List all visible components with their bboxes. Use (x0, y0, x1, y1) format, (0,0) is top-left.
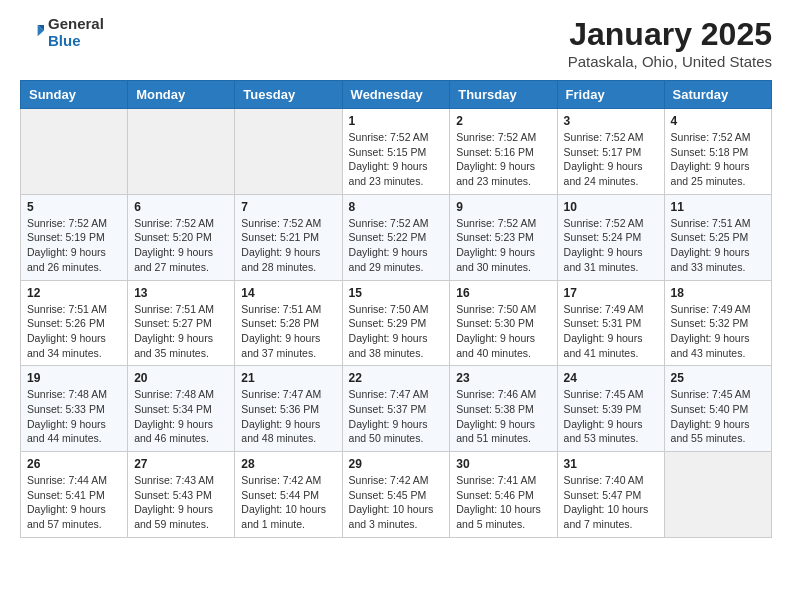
calendar-day-cell (21, 109, 128, 195)
calendar-day-cell: 30Sunrise: 7:41 AMSunset: 5:46 PMDayligh… (450, 452, 557, 538)
day-number: 3 (564, 114, 658, 128)
day-info: Sunrise: 7:41 AMSunset: 5:46 PMDaylight:… (456, 473, 550, 532)
day-info: Sunrise: 7:48 AMSunset: 5:34 PMDaylight:… (134, 387, 228, 446)
col-wednesday: Wednesday (342, 81, 450, 109)
calendar-day-cell: 16Sunrise: 7:50 AMSunset: 5:30 PMDayligh… (450, 280, 557, 366)
logo: General Blue (20, 16, 104, 49)
calendar-day-cell: 1Sunrise: 7:52 AMSunset: 5:15 PMDaylight… (342, 109, 450, 195)
day-number: 1 (349, 114, 444, 128)
day-info: Sunrise: 7:52 AMSunset: 5:19 PMDaylight:… (27, 216, 121, 275)
calendar-day-cell: 13Sunrise: 7:51 AMSunset: 5:27 PMDayligh… (128, 280, 235, 366)
day-number: 7 (241, 200, 335, 214)
calendar-subtitle: Pataskala, Ohio, United States (568, 53, 772, 70)
day-info: Sunrise: 7:45 AMSunset: 5:39 PMDaylight:… (564, 387, 658, 446)
day-number: 12 (27, 286, 121, 300)
day-info: Sunrise: 7:51 AMSunset: 5:26 PMDaylight:… (27, 302, 121, 361)
calendar-table: Sunday Monday Tuesday Wednesday Thursday… (20, 80, 772, 538)
calendar-day-cell: 23Sunrise: 7:46 AMSunset: 5:38 PMDayligh… (450, 366, 557, 452)
day-number: 10 (564, 200, 658, 214)
calendar-day-cell: 14Sunrise: 7:51 AMSunset: 5:28 PMDayligh… (235, 280, 342, 366)
calendar-day-cell: 31Sunrise: 7:40 AMSunset: 5:47 PMDayligh… (557, 452, 664, 538)
day-number: 11 (671, 200, 765, 214)
calendar-day-cell: 7Sunrise: 7:52 AMSunset: 5:21 PMDaylight… (235, 194, 342, 280)
day-number: 24 (564, 371, 658, 385)
day-info: Sunrise: 7:49 AMSunset: 5:32 PMDaylight:… (671, 302, 765, 361)
day-number: 31 (564, 457, 658, 471)
calendar-day-cell: 25Sunrise: 7:45 AMSunset: 5:40 PMDayligh… (664, 366, 771, 452)
calendar-day-cell: 5Sunrise: 7:52 AMSunset: 5:19 PMDaylight… (21, 194, 128, 280)
day-info: Sunrise: 7:44 AMSunset: 5:41 PMDaylight:… (27, 473, 121, 532)
logo-icon (20, 21, 44, 45)
calendar-day-cell: 18Sunrise: 7:49 AMSunset: 5:32 PMDayligh… (664, 280, 771, 366)
calendar-day-cell: 6Sunrise: 7:52 AMSunset: 5:20 PMDaylight… (128, 194, 235, 280)
calendar-week-row: 19Sunrise: 7:48 AMSunset: 5:33 PMDayligh… (21, 366, 772, 452)
day-info: Sunrise: 7:52 AMSunset: 5:21 PMDaylight:… (241, 216, 335, 275)
calendar-day-cell: 10Sunrise: 7:52 AMSunset: 5:24 PMDayligh… (557, 194, 664, 280)
day-info: Sunrise: 7:43 AMSunset: 5:43 PMDaylight:… (134, 473, 228, 532)
calendar-day-cell: 26Sunrise: 7:44 AMSunset: 5:41 PMDayligh… (21, 452, 128, 538)
calendar-week-row: 12Sunrise: 7:51 AMSunset: 5:26 PMDayligh… (21, 280, 772, 366)
day-info: Sunrise: 7:50 AMSunset: 5:29 PMDaylight:… (349, 302, 444, 361)
calendar-day-cell: 28Sunrise: 7:42 AMSunset: 5:44 PMDayligh… (235, 452, 342, 538)
day-info: Sunrise: 7:52 AMSunset: 5:18 PMDaylight:… (671, 130, 765, 189)
day-number: 5 (27, 200, 121, 214)
day-number: 14 (241, 286, 335, 300)
calendar-day-cell (235, 109, 342, 195)
day-number: 20 (134, 371, 228, 385)
day-info: Sunrise: 7:42 AMSunset: 5:45 PMDaylight:… (349, 473, 444, 532)
day-info: Sunrise: 7:50 AMSunset: 5:30 PMDaylight:… (456, 302, 550, 361)
logo-text: General Blue (48, 16, 104, 49)
page: General Blue January 2025 Pataskala, Ohi… (0, 0, 792, 558)
day-info: Sunrise: 7:47 AMSunset: 5:37 PMDaylight:… (349, 387, 444, 446)
col-thursday: Thursday (450, 81, 557, 109)
logo-general-text: General (48, 16, 104, 33)
day-number: 25 (671, 371, 765, 385)
day-number: 22 (349, 371, 444, 385)
calendar-day-cell (128, 109, 235, 195)
calendar-day-cell: 15Sunrise: 7:50 AMSunset: 5:29 PMDayligh… (342, 280, 450, 366)
day-number: 13 (134, 286, 228, 300)
calendar-week-row: 26Sunrise: 7:44 AMSunset: 5:41 PMDayligh… (21, 452, 772, 538)
calendar-header-row: Sunday Monday Tuesday Wednesday Thursday… (21, 81, 772, 109)
calendar-day-cell: 20Sunrise: 7:48 AMSunset: 5:34 PMDayligh… (128, 366, 235, 452)
col-monday: Monday (128, 81, 235, 109)
calendar-day-cell (664, 452, 771, 538)
calendar-day-cell: 29Sunrise: 7:42 AMSunset: 5:45 PMDayligh… (342, 452, 450, 538)
day-number: 2 (456, 114, 550, 128)
day-number: 9 (456, 200, 550, 214)
day-info: Sunrise: 7:40 AMSunset: 5:47 PMDaylight:… (564, 473, 658, 532)
title-block: January 2025 Pataskala, Ohio, United Sta… (568, 16, 772, 70)
calendar-day-cell: 19Sunrise: 7:48 AMSunset: 5:33 PMDayligh… (21, 366, 128, 452)
day-info: Sunrise: 7:47 AMSunset: 5:36 PMDaylight:… (241, 387, 335, 446)
day-info: Sunrise: 7:52 AMSunset: 5:24 PMDaylight:… (564, 216, 658, 275)
col-saturday: Saturday (664, 81, 771, 109)
day-info: Sunrise: 7:49 AMSunset: 5:31 PMDaylight:… (564, 302, 658, 361)
col-friday: Friday (557, 81, 664, 109)
day-number: 8 (349, 200, 444, 214)
day-number: 29 (349, 457, 444, 471)
calendar-day-cell: 8Sunrise: 7:52 AMSunset: 5:22 PMDaylight… (342, 194, 450, 280)
calendar-title: January 2025 (568, 16, 772, 53)
calendar-day-cell: 9Sunrise: 7:52 AMSunset: 5:23 PMDaylight… (450, 194, 557, 280)
calendar-day-cell: 2Sunrise: 7:52 AMSunset: 5:16 PMDaylight… (450, 109, 557, 195)
calendar-week-row: 5Sunrise: 7:52 AMSunset: 5:19 PMDaylight… (21, 194, 772, 280)
day-info: Sunrise: 7:48 AMSunset: 5:33 PMDaylight:… (27, 387, 121, 446)
calendar-day-cell: 4Sunrise: 7:52 AMSunset: 5:18 PMDaylight… (664, 109, 771, 195)
calendar-day-cell: 21Sunrise: 7:47 AMSunset: 5:36 PMDayligh… (235, 366, 342, 452)
calendar-day-cell: 22Sunrise: 7:47 AMSunset: 5:37 PMDayligh… (342, 366, 450, 452)
day-number: 27 (134, 457, 228, 471)
day-info: Sunrise: 7:52 AMSunset: 5:16 PMDaylight:… (456, 130, 550, 189)
header: General Blue January 2025 Pataskala, Ohi… (20, 16, 772, 70)
day-info: Sunrise: 7:52 AMSunset: 5:20 PMDaylight:… (134, 216, 228, 275)
calendar-day-cell: 27Sunrise: 7:43 AMSunset: 5:43 PMDayligh… (128, 452, 235, 538)
day-info: Sunrise: 7:51 AMSunset: 5:25 PMDaylight:… (671, 216, 765, 275)
day-info: Sunrise: 7:46 AMSunset: 5:38 PMDaylight:… (456, 387, 550, 446)
day-number: 6 (134, 200, 228, 214)
day-info: Sunrise: 7:52 AMSunset: 5:23 PMDaylight:… (456, 216, 550, 275)
col-tuesday: Tuesday (235, 81, 342, 109)
day-info: Sunrise: 7:42 AMSunset: 5:44 PMDaylight:… (241, 473, 335, 532)
day-number: 19 (27, 371, 121, 385)
calendar-day-cell: 3Sunrise: 7:52 AMSunset: 5:17 PMDaylight… (557, 109, 664, 195)
day-number: 26 (27, 457, 121, 471)
day-info: Sunrise: 7:52 AMSunset: 5:22 PMDaylight:… (349, 216, 444, 275)
